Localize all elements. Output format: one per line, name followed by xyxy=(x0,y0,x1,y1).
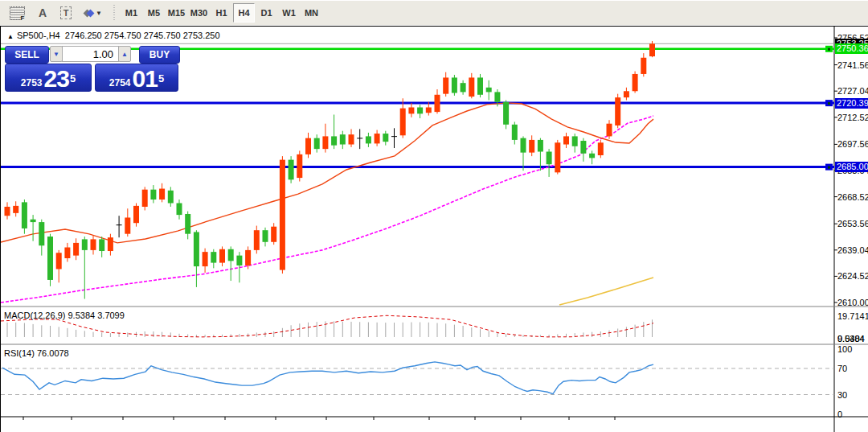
candle-body xyxy=(263,230,268,242)
mt4-window: F A T ▼ M1M5M15M30H1H4D1W1MN ▲SP500-,H4 … xyxy=(0,0,868,432)
timeframe-button-d1[interactable]: D1 xyxy=(256,3,277,23)
toolbar: F A T ▼ M1M5M15M30H1H4D1W1MN xyxy=(0,0,868,25)
price-tick-label: 2741.560 xyxy=(837,60,868,70)
candle-body xyxy=(289,160,294,180)
candle-body xyxy=(331,136,337,145)
timeframe-button-m15[interactable]: M15 xyxy=(166,3,187,23)
candle-body xyxy=(219,249,225,263)
candle-body xyxy=(150,190,156,200)
candle-body xyxy=(194,232,199,266)
volume-input[interactable]: 1.00 xyxy=(62,46,119,62)
candle-body xyxy=(236,256,242,265)
price-tick-label: 2610.000 xyxy=(837,298,868,307)
candle-body xyxy=(211,252,216,262)
timeframe-button-mn[interactable]: MN xyxy=(301,3,322,23)
candle-body xyxy=(555,142,560,172)
level-line-marker-dot xyxy=(828,48,830,51)
insert-shapes-button[interactable]: ▼ xyxy=(79,3,108,23)
candle-body xyxy=(13,206,18,213)
candle-body xyxy=(125,217,130,233)
template-grid-icon: F xyxy=(10,6,25,20)
candle-body xyxy=(512,125,518,140)
ask-pip-digit: 5 xyxy=(158,68,164,89)
candle-body xyxy=(366,136,371,143)
candle-body xyxy=(108,237,113,251)
candle-body xyxy=(400,109,406,136)
candle-body xyxy=(349,134,354,144)
timeframe-button-m1[interactable]: M1 xyxy=(121,3,142,23)
timeframe-button-h1[interactable]: H1 xyxy=(211,3,232,23)
candle-body xyxy=(598,142,604,155)
sell-button[interactable]: SELL xyxy=(5,46,49,64)
candle-body xyxy=(580,141,586,154)
candle-body xyxy=(133,206,139,223)
candle-body xyxy=(297,154,302,178)
timeframe-button-m30[interactable]: M30 xyxy=(188,3,210,23)
bid-quote-button[interactable]: 2753235 xyxy=(5,64,92,92)
bid-pip-digit: 5 xyxy=(70,68,76,89)
rsi-scale-label: 30 xyxy=(837,390,847,400)
rsi-scale-label: 70 xyxy=(837,364,847,373)
insert-label-button[interactable]: T xyxy=(55,3,77,23)
candle-body xyxy=(426,107,432,113)
candle-body xyxy=(486,88,492,93)
buy-button[interactable]: BUY xyxy=(139,46,180,64)
candle-body xyxy=(417,107,423,113)
bid-prefix: 2753 xyxy=(21,76,43,89)
timeframe-button-h4[interactable]: H4 xyxy=(233,3,255,23)
insert-text-button[interactable]: A xyxy=(32,3,53,23)
price-tick-label: 2697.560 xyxy=(837,139,868,149)
candle-body xyxy=(641,58,646,74)
ask-quote-button[interactable]: 2754015 xyxy=(95,64,178,92)
price-tick-label: 2639.040 xyxy=(837,245,868,255)
volume-increase-button[interactable]: ▲ xyxy=(118,46,131,62)
ohlc-values: 2746.250 2754.750 2745.750 2753.250 xyxy=(65,31,220,40)
toolbar-grip[interactable] xyxy=(113,5,117,21)
level-line-marker-dot xyxy=(828,167,830,169)
candle-body xyxy=(633,74,638,91)
level-price-box: 2685.000 xyxy=(835,162,868,172)
candle-body xyxy=(5,207,10,216)
candle-body xyxy=(443,77,448,93)
candle-body xyxy=(563,136,569,144)
candle-body xyxy=(322,136,328,149)
candle-body xyxy=(64,248,70,258)
symbol-label: SP500-,H4 xyxy=(17,31,60,40)
candle-body xyxy=(435,95,440,112)
candle-body xyxy=(47,237,53,280)
candle-body xyxy=(31,220,36,222)
rsi-scale-label: 100 xyxy=(837,344,852,354)
price-tick-label: 2624.520 xyxy=(837,271,868,281)
volume-decrease-button[interactable]: ▼ xyxy=(50,46,63,62)
candle-body xyxy=(494,92,500,101)
candle-body xyxy=(177,204,182,216)
candle-body xyxy=(375,134,380,143)
timeframe-button-w1[interactable]: W1 xyxy=(278,3,300,23)
text-t-icon: T xyxy=(60,6,72,19)
candle-body xyxy=(589,154,595,158)
one-click-trade-panel: SELL ▼ 1.00 ▲ BUY 2753235 2754015 xyxy=(5,46,178,62)
candle-body xyxy=(91,239,96,249)
candle-body xyxy=(477,77,483,94)
candle-body xyxy=(649,43,655,56)
candle-body xyxy=(607,124,612,137)
candle-body xyxy=(142,190,148,207)
timeframe-button-m5[interactable]: M5 xyxy=(143,3,165,23)
macd-scale-top: 19.7141 xyxy=(837,311,868,321)
shapes-icon xyxy=(84,8,93,18)
bid-big-digits: 23 xyxy=(44,68,69,89)
candle-body xyxy=(624,91,629,97)
candle-body xyxy=(271,227,276,242)
candle-body xyxy=(82,239,88,249)
template-button[interactable]: F xyxy=(5,3,29,23)
level-price-box: 2720.393 xyxy=(835,98,868,109)
candle-body xyxy=(280,160,285,270)
candle-body xyxy=(73,243,79,256)
candle-body xyxy=(529,140,534,153)
rsi-line xyxy=(2,362,653,394)
candle-body xyxy=(228,249,234,261)
level-line-marker-dot xyxy=(828,102,830,105)
candle-body xyxy=(452,77,457,93)
price-tick-label: 2653.560 xyxy=(837,219,868,228)
candle-body xyxy=(547,152,552,165)
